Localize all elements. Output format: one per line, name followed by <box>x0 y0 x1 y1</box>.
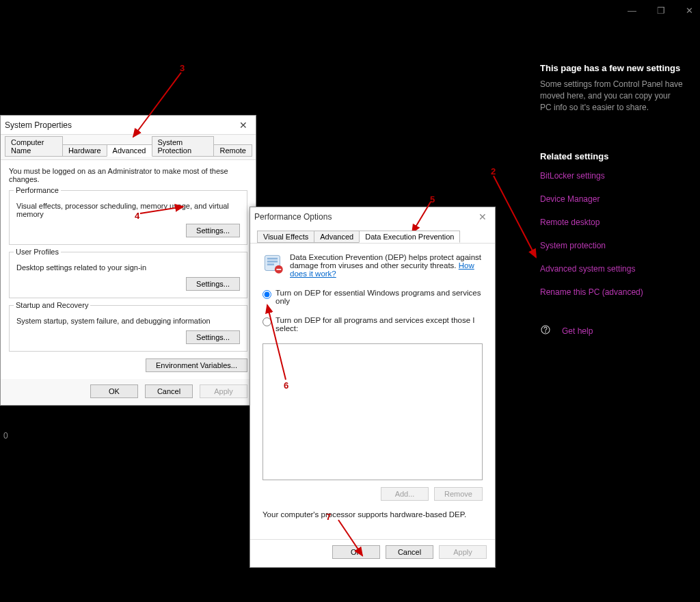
close-icon[interactable]: ✕ <box>235 120 252 131</box>
svg-rect-4 <box>267 261 278 263</box>
radio-label: Turn on DEP for all programs and service… <box>275 316 483 332</box>
cancel-button[interactable]: Cancel <box>145 384 193 398</box>
svg-point-1 <box>546 332 546 332</box>
startup-settings-button[interactable]: Settings... <box>186 330 240 344</box>
group-description: Visual effects, processor scheduling, me… <box>16 202 240 218</box>
svg-line-11 <box>494 176 536 257</box>
group-description: Desktop settings related to your sign-in <box>16 263 240 272</box>
link-rename-pc[interactable]: Rename this PC (advanced) <box>540 287 684 297</box>
tab-hardware[interactable]: Hardware <box>62 144 107 157</box>
annotation-3: 3 <box>180 63 185 73</box>
dep-exceptions-listbox[interactable] <box>262 343 483 480</box>
page-heading: This page has a few new settings <box>540 63 684 73</box>
radio-dep-all[interactable] <box>262 317 271 326</box>
dep-support-note: Your computer's processor supports hardw… <box>262 510 483 519</box>
add-button[interactable]: Add... <box>381 487 429 501</box>
tab-advanced[interactable]: Advanced <box>107 144 152 157</box>
window-caption-buttons: — ❐ ✕ <box>628 5 693 16</box>
performance-options-dialog: Performance Options ✕ Visual Effects Adv… <box>250 207 496 568</box>
group-legend: Performance <box>14 186 61 194</box>
system-properties-dialog: System Properties ✕ Computer Name Hardwa… <box>0 115 256 406</box>
minimize-button[interactable]: — <box>628 5 636 16</box>
performance-group: Performance Visual effects, processor sc… <box>9 190 247 245</box>
group-legend: Startup and Recovery <box>14 301 90 309</box>
group-legend: User Profiles <box>14 248 61 256</box>
tab-dep[interactable]: Data Execution Prevention <box>359 231 460 243</box>
apply-button[interactable]: Apply <box>439 545 487 559</box>
user-profiles-settings-button[interactable]: Settings... <box>186 277 240 291</box>
link-bitlocker[interactable]: BitLocker settings <box>540 171 684 181</box>
maximize-button[interactable]: ❐ <box>657 5 665 16</box>
dep-shield-icon <box>262 253 290 278</box>
dialog-title: Performance Options <box>254 212 474 222</box>
chat-help-icon <box>540 324 551 337</box>
tab-remote[interactable]: Remote <box>213 144 252 157</box>
close-icon[interactable]: ✕ <box>474 211 491 222</box>
performance-options-tabs: Visual Effects Advanced Data Execution P… <box>250 226 495 243</box>
svg-rect-7 <box>276 269 281 270</box>
radio-label: Turn on DEP for essential Windows progra… <box>275 289 483 305</box>
startup-recovery-group: Startup and Recovery System startup, sys… <box>9 305 247 352</box>
performance-settings-button[interactable]: Settings... <box>186 224 240 237</box>
annotation-5: 5 <box>430 194 435 205</box>
link-advanced-system-settings[interactable]: Advanced system settings <box>540 264 684 274</box>
cancel-button[interactable]: Cancel <box>386 545 433 559</box>
related-settings-title: Related settings <box>540 151 684 161</box>
tab-system-protection[interactable]: System Protection <box>152 136 215 157</box>
tab-computer-name[interactable]: Computer Name <box>5 136 63 157</box>
dialog-title: System Properties <box>5 120 235 130</box>
link-remote-desktop[interactable]: Remote desktop <box>540 218 684 227</box>
close-button[interactable]: ✕ <box>686 5 693 16</box>
group-description: System startup, system failure, and debu… <box>16 317 240 325</box>
link-get-help[interactable]: Get help <box>562 326 593 336</box>
ok-button[interactable]: OK <box>332 545 380 559</box>
annotation-2: 2 <box>491 166 496 176</box>
system-properties-tabs: Computer Name Hardware Advanced System P… <box>1 135 256 157</box>
page-description: Some settings from Control Panel have mo… <box>540 79 684 113</box>
radio-dep-essential[interactable] <box>262 290 271 299</box>
svg-rect-5 <box>267 263 274 265</box>
remove-button[interactable]: Remove <box>434 487 483 501</box>
svg-rect-3 <box>267 258 278 260</box>
apply-button[interactable]: Apply <box>200 384 247 398</box>
link-device-manager[interactable]: Device Manager <box>540 194 684 204</box>
related-settings-panel: This page has a few new settings Some se… <box>540 63 684 337</box>
tab-advanced[interactable]: Advanced <box>314 231 360 243</box>
ok-button[interactable]: OK <box>90 384 138 398</box>
admin-note: You must be logged on as an Administrato… <box>9 167 247 183</box>
dep-intro-text: Data Execution Prevention (DEP) helps pr… <box>290 253 481 270</box>
tab-visual-effects[interactable]: Visual Effects <box>257 231 314 243</box>
stray-text: 0 <box>3 431 8 441</box>
user-profiles-group: User Profiles Desktop settings related t… <box>9 252 247 298</box>
environment-variables-button[interactable]: Environment Variables... <box>146 358 247 372</box>
link-system-protection[interactable]: System protection <box>540 241 684 250</box>
